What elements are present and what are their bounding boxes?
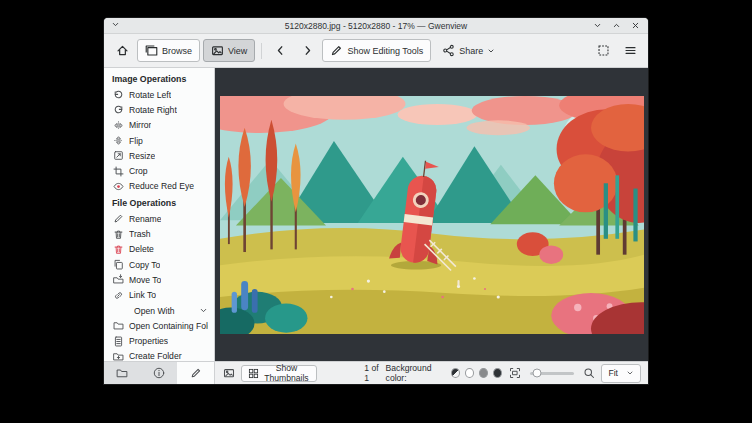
window-title: 5120x2880.jpg - 5120x2880 - 17% — Gwenvi… bbox=[104, 21, 648, 31]
image-counter: 1 of 1 bbox=[364, 363, 380, 383]
show-thumbnails-button[interactable]: Show Thumbnails bbox=[241, 365, 318, 382]
thumbnails-grid-icon bbox=[248, 368, 259, 379]
bottom-bar: Show Thumbnails 1 of 1 Background color:… bbox=[104, 361, 648, 384]
maximize-button[interactable] bbox=[611, 20, 622, 31]
editing-tools-icon bbox=[330, 44, 343, 57]
home-icon bbox=[116, 44, 129, 57]
sidebar-item-copy-to[interactable]: Copy To bbox=[104, 257, 214, 272]
close-button[interactable] bbox=[630, 20, 641, 31]
info-icon bbox=[153, 367, 165, 379]
sidebar-item-delete[interactable]: Delete bbox=[104, 242, 214, 257]
background-swatch-neutral[interactable] bbox=[479, 368, 488, 378]
chevron-down-icon bbox=[487, 47, 495, 55]
share-icon bbox=[442, 44, 455, 57]
copy-icon bbox=[113, 259, 124, 270]
statusbar: Show Thumbnails 1 of 1 Background color:… bbox=[215, 362, 648, 384]
folder-icon bbox=[116, 367, 128, 379]
previous-image-button[interactable] bbox=[268, 39, 292, 62]
move-icon bbox=[113, 274, 124, 285]
zoom-fit-icon[interactable] bbox=[507, 365, 523, 382]
select-region-button[interactable] bbox=[591, 39, 615, 62]
image-thumbnail-icon[interactable] bbox=[222, 365, 236, 382]
view-label: View bbox=[228, 46, 247, 56]
crop-icon bbox=[113, 166, 124, 177]
background-color-label: Background color: bbox=[386, 363, 447, 383]
show-editing-tools-label: Show Editing Tools bbox=[347, 46, 423, 56]
titlebar-menu-chevron-icon[interactable] bbox=[111, 20, 122, 31]
sidebar-item-rotate-right[interactable]: Rotate Right bbox=[104, 102, 214, 117]
rotate-right-icon bbox=[113, 104, 124, 115]
new-folder-icon bbox=[113, 351, 124, 361]
zoom-slider-handle[interactable] bbox=[533, 369, 542, 378]
sidebar-item-mirror[interactable]: Mirror bbox=[104, 118, 214, 133]
image-operations-header: Image Operations bbox=[104, 70, 214, 87]
sidebar-item-crop[interactable]: Crop bbox=[104, 163, 214, 178]
sidebar-item-reduce-red-eye[interactable]: Reduce Red Eye bbox=[104, 179, 214, 194]
resize-icon bbox=[113, 150, 124, 161]
file-operations-header: File Operations bbox=[104, 194, 214, 211]
chevron-down-icon bbox=[199, 306, 208, 315]
rotate-left-icon bbox=[113, 89, 124, 100]
zoom-mode-select[interactable]: Fit bbox=[601, 364, 641, 383]
main-toolbar: Browse View Show Editing Tools Share bbox=[104, 34, 648, 68]
background-swatch-auto[interactable] bbox=[451, 368, 460, 378]
sidebar-item-resize[interactable]: Resize bbox=[104, 148, 214, 163]
sidebar-item-link-to[interactable]: Link To bbox=[104, 288, 214, 303]
tab-information[interactable] bbox=[141, 362, 178, 384]
share-label: Share bbox=[459, 46, 483, 56]
trash-icon bbox=[113, 229, 124, 240]
sidebar-item-open-with[interactable]: Open With bbox=[104, 303, 214, 318]
rename-icon bbox=[113, 213, 124, 224]
selection-icon bbox=[597, 44, 610, 57]
sidebar-item-create-folder[interactable]: Create Folder bbox=[104, 349, 214, 361]
link-icon bbox=[113, 290, 124, 301]
background-swatch-light[interactable] bbox=[465, 368, 474, 378]
minimize-button[interactable] bbox=[592, 20, 603, 31]
zoom-icon[interactable] bbox=[581, 365, 597, 382]
browse-label: Browse bbox=[162, 46, 192, 56]
properties-icon bbox=[113, 336, 124, 347]
operations-sidebar: Image Operations Rotate Left Rotate Righ… bbox=[104, 68, 215, 361]
chevron-down-icon bbox=[626, 369, 634, 377]
home-button[interactable] bbox=[110, 39, 134, 62]
toolbar-separator bbox=[261, 43, 262, 59]
chevron-right-icon bbox=[301, 44, 314, 57]
sidebar-item-properties[interactable]: Properties bbox=[104, 333, 214, 348]
chevron-left-icon bbox=[274, 44, 287, 57]
folder-icon bbox=[113, 320, 124, 331]
tab-folders[interactable] bbox=[104, 362, 141, 384]
sidebar-item-open-containing-folder[interactable]: Open Containing Folder bbox=[104, 318, 214, 333]
sidebar-item-rename[interactable]: Rename bbox=[104, 211, 214, 226]
content-area: Image Operations Rotate Left Rotate Righ… bbox=[104, 68, 648, 361]
red-eye-icon bbox=[113, 181, 124, 192]
image-viewport[interactable] bbox=[215, 68, 648, 361]
show-thumbnails-label: Show Thumbnails bbox=[263, 363, 311, 383]
pencil-icon bbox=[190, 367, 202, 379]
browse-grid-icon bbox=[145, 44, 158, 57]
zoom-slider[interactable] bbox=[530, 372, 574, 375]
view-image-icon bbox=[211, 44, 224, 57]
hamburger-menu-button[interactable] bbox=[618, 39, 642, 62]
zoom-mode-value: Fit bbox=[608, 368, 618, 378]
sidebar-item-move-to[interactable]: Move To bbox=[104, 272, 214, 287]
tab-operations[interactable] bbox=[177, 362, 214, 384]
browse-mode-button[interactable]: Browse bbox=[137, 39, 200, 62]
background-swatch-dark[interactable] bbox=[493, 368, 502, 378]
show-editing-tools-button[interactable]: Show Editing Tools bbox=[322, 39, 431, 62]
gwenview-window: 5120x2880.jpg - 5120x2880 - 17% — Gwenvi… bbox=[104, 18, 648, 384]
share-button[interactable]: Share bbox=[434, 39, 503, 62]
delete-icon bbox=[113, 244, 124, 255]
flip-icon bbox=[113, 135, 124, 146]
sidebar-item-flip[interactable]: Flip bbox=[104, 133, 214, 148]
titlebar[interactable]: 5120x2880.jpg - 5120x2880 - 17% — Gwenvi… bbox=[104, 18, 648, 34]
sidebar-panel-tabs bbox=[104, 362, 215, 384]
view-mode-button[interactable]: View bbox=[203, 39, 255, 62]
hamburger-icon bbox=[624, 44, 637, 57]
mirror-icon bbox=[113, 120, 124, 131]
next-image-button[interactable] bbox=[295, 39, 319, 62]
sidebar-item-rotate-left[interactable]: Rotate Left bbox=[104, 87, 214, 102]
photo-rocket-illustration bbox=[220, 96, 644, 334]
sidebar-item-trash[interactable]: Trash bbox=[104, 226, 214, 241]
